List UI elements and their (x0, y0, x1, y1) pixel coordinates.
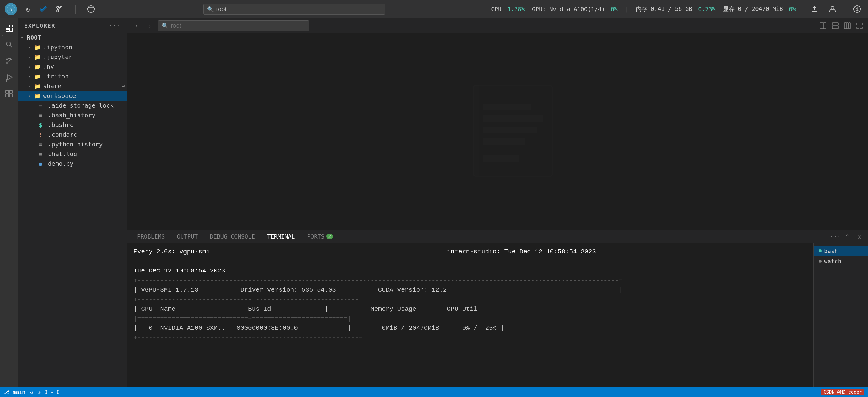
sidebar-item-python-hist[interactable]: › ≡ .python_history (18, 139, 127, 149)
activity-bar (0, 18, 18, 387)
three-col-icon[interactable] (842, 21, 852, 31)
nav-forward-button[interactable]: › (144, 20, 155, 31)
activity-git[interactable] (2, 53, 17, 68)
sidebar-header: EXPLORER ··· (18, 18, 127, 32)
divider2 (845, 5, 845, 13)
separator-icon: | (69, 3, 81, 15)
condarc-icon: ! (39, 132, 46, 138)
activity-search[interactable] (2, 37, 17, 52)
svg-rect-19 (6, 90, 9, 93)
triton-chevron: › (28, 74, 34, 79)
folder-icon3: 📁 (34, 64, 41, 70)
svg-rect-11 (10, 28, 13, 32)
tab-ports[interactable]: PORTS 2 (301, 230, 339, 243)
tab-debug[interactable]: DEBUG CONSOLE (204, 230, 261, 243)
workspace-label: workspace (43, 92, 125, 99)
sidebar-item-chat-log[interactable]: › ≡ chat.log (18, 149, 127, 159)
git-icon[interactable] (53, 3, 65, 15)
reload-icon[interactable]: ↻ (22, 3, 34, 15)
sidebar-item-condarc[interactable]: › ! .condarc (18, 130, 127, 139)
user-icon[interactable] (827, 3, 839, 15)
sidebar-item-jupyter[interactable]: › 📁 .jupyter (18, 52, 127, 62)
editor-search-area: 🔍 (158, 20, 816, 31)
share-label: share (43, 82, 122, 90)
vram-label: 显存 0 / 20470 MiB (723, 5, 783, 13)
add-terminal-button[interactable]: + (818, 232, 828, 241)
svg-rect-28 (846, 23, 848, 29)
chat-icon: ≡ (39, 151, 46, 157)
sidebar-item-triton[interactable]: › 📁 .triton (18, 71, 127, 81)
search-bar[interactable]: 🔍 (203, 4, 385, 14)
title-icons: ↻ | (22, 3, 97, 15)
nv-chevron: › (28, 64, 34, 70)
panel-tabs: PROBLEMS OUTPUT DEBUG CONSOLE TERMINAL P… (127, 230, 868, 243)
terminal-instance-bash[interactable]: bash (814, 246, 868, 256)
editor-search-bar[interactable]: 🔍 (158, 20, 309, 31)
search-icon: 🔍 (207, 6, 214, 12)
terminal-content[interactable]: Every 2.0s: vgpu-smi intern-studio: Tue … (127, 243, 813, 387)
tab-terminal-label: TERMINAL (267, 233, 295, 240)
activity-explorer[interactable] (2, 21, 17, 36)
svg-point-3 (60, 6, 62, 8)
svg-rect-9 (6, 25, 9, 29)
svg-rect-27 (844, 23, 846, 29)
svg-point-16 (6, 62, 8, 64)
status-bar-right: CSDN @MD coder (821, 389, 864, 395)
watch-indicator (818, 260, 822, 263)
search-input[interactable] (216, 6, 381, 13)
bash-hist-label: .bash_history (48, 111, 125, 119)
terminal-sidebar: bash watch (813, 243, 868, 387)
condarc-label: .condarc (48, 131, 125, 138)
nv-label: .nv (43, 63, 125, 70)
sidebar-item-nv[interactable]: › 📁 .nv (18, 62, 127, 71)
system-stats: CPU 1.78% GPU: Nvidia A100(1/4) 0% | 内存 … (491, 5, 796, 13)
tab-output[interactable]: OUTPUT (171, 230, 204, 243)
panel-close-button[interactable]: ✕ (855, 232, 864, 241)
terminal-sep2: +------------------------------+--------… (133, 296, 363, 303)
tab-problems[interactable]: PROBLEMS (131, 230, 171, 243)
sidebar-item-demo-py[interactable]: › ● demo.py (18, 159, 127, 168)
fullscreen-icon[interactable] (855, 21, 864, 31)
sidebar-item-share[interactable]: › 📁 share ↩ (18, 81, 127, 91)
split-horizontal-icon[interactable] (830, 21, 840, 31)
sidebar-item-ipython[interactable]: › 📁 .ipython (18, 42, 127, 52)
main-layout: EXPLORER ··· ▾ ROOT › 📁 .ipython › 📁 .ju… (0, 18, 868, 387)
tab-terminal[interactable]: TERMINAL (261, 230, 301, 243)
sidebar: EXPLORER ··· ▾ ROOT › 📁 .ipython › 📁 .ju… (18, 18, 127, 387)
vram-value: 0% (789, 6, 796, 12)
editor-search-input[interactable] (171, 22, 305, 29)
panel-expand-button[interactable]: ⌃ (842, 232, 852, 241)
svg-point-14 (6, 58, 8, 60)
activity-extensions[interactable] (2, 86, 17, 101)
mem-stat: 内存 0.41 / 56 GB 0.73% (636, 5, 715, 13)
editor-search-icon: 🔍 (162, 23, 168, 29)
gpu-label: GPU: Nvidia A100(1/4) (532, 6, 605, 12)
split-vertical-icon[interactable] (818, 21, 828, 31)
aide-label: .aide_storage_lock (48, 102, 125, 109)
watch-label: watch (824, 258, 841, 265)
sidebar-item-bashrc[interactable]: › $ .bashrc (18, 120, 127, 130)
info-icon[interactable]: i (851, 3, 863, 15)
activity-run[interactable] (2, 70, 17, 85)
vscode-icon[interactable] (38, 3, 50, 15)
sidebar-item-workspace[interactable]: › 📁 workspace (18, 91, 127, 101)
tree-root[interactable]: ▾ ROOT (18, 33, 127, 42)
browser-icon[interactable] (85, 3, 97, 15)
svg-rect-25 (832, 23, 838, 26)
sidebar-title: EXPLORER (24, 23, 56, 29)
terminal-options-button[interactable]: ··· (830, 232, 840, 241)
editor-area: ‹ › 🔍 (127, 18, 868, 387)
cpu-value: 1.78% (507, 6, 525, 12)
sidebar-item-aide[interactable]: › ≡ .aide_storage_lock (18, 101, 127, 110)
nav-back-button[interactable]: ‹ (131, 20, 142, 31)
terminal-instance-watch[interactable]: watch (814, 256, 868, 266)
sidebar-more-icon[interactable]: ··· (108, 22, 121, 29)
bash-hist-icon: ≡ (39, 112, 46, 119)
status-bar-left: ⎇ main ↺ ⚠ 0 △ 0 (4, 389, 60, 395)
folder-icon2: 📁 (34, 54, 41, 60)
title-bar-center: 🔍 (97, 4, 491, 14)
sidebar-item-bash-history[interactable]: › ≡ .bash_history (18, 110, 127, 120)
folder-icon4: 📁 (34, 73, 41, 80)
upload-icon[interactable] (808, 3, 820, 15)
bashrc-icon: $ (39, 122, 46, 128)
